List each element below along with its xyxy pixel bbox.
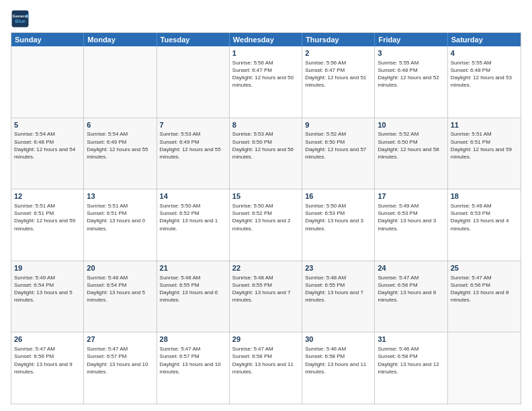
- cell-info-line: Sunrise: 5:55 AM: [378, 59, 444, 66]
- cell-info-line: Sunrise: 5:53 AM: [160, 130, 226, 138]
- cell-info-line: Daylight: 13 hours and 11 minutes.: [305, 361, 371, 375]
- logo: General Blue: [11, 9, 30, 28]
- day-number: 26: [14, 334, 81, 345]
- day-number: 14: [160, 191, 226, 201]
- cal-cell-6: 6Sunrise: 5:54 AMSunset: 6:49 PMDaylight…: [84, 118, 157, 189]
- logo-icon: General Blue: [11, 9, 30, 28]
- cell-info-line: Sunset: 6:56 PM: [378, 281, 444, 289]
- cal-cell-15: 15Sunrise: 5:50 AMSunset: 6:52 PMDayligh…: [230, 189, 302, 261]
- cell-info-line: Sunset: 6:47 PM: [232, 66, 299, 74]
- cell-info-line: Sunrise: 5:50 AM: [305, 202, 371, 210]
- cell-info-line: Sunrise: 5:56 AM: [232, 59, 299, 66]
- cell-info-line: Sunrise: 5:47 AM: [378, 274, 444, 281]
- day-number: 15: [232, 191, 299, 201]
- cell-info-line: Daylight: 13 hours and 3 minutes.: [378, 217, 444, 232]
- day-number: 3: [378, 48, 444, 58]
- calendar-header: SundayMondayTuesdayWednesdayThursdayFrid…: [11, 33, 521, 46]
- cell-info-line: Daylight: 12 hours and 58 minutes.: [378, 146, 444, 161]
- cell-info-line: Sunset: 6:53 PM: [378, 210, 444, 217]
- header: General Blue: [11, 9, 521, 28]
- day-header-sunday: Sunday: [11, 33, 84, 46]
- cal-cell-16: 16Sunrise: 5:50 AMSunset: 6:53 PMDayligh…: [302, 189, 375, 261]
- cell-info-line: Sunrise: 5:46 AM: [305, 345, 371, 353]
- cal-cell-23: 23Sunrise: 5:48 AMSunset: 6:55 PMDayligh…: [302, 261, 375, 332]
- cal-cell-25: 25Sunrise: 5:47 AMSunset: 6:56 PMDayligh…: [448, 261, 521, 332]
- day-number: 18: [451, 191, 518, 201]
- page: General Blue SundayMondayTuesdayWednesda…: [0, 0, 532, 411]
- day-number: 6: [87, 120, 153, 130]
- cell-info-line: Daylight: 13 hours and 7 minutes.: [232, 289, 299, 304]
- day-number: 4: [451, 48, 518, 58]
- cell-info-line: Sunset: 6:58 PM: [378, 353, 444, 360]
- cal-cell-10: 10Sunrise: 5:52 AMSunset: 6:50 PMDayligh…: [375, 118, 447, 189]
- cal-cell-21: 21Sunrise: 5:48 AMSunset: 6:55 PMDayligh…: [157, 261, 230, 332]
- cell-info-line: Sunset: 6:52 PM: [160, 210, 226, 217]
- cell-info-line: Sunrise: 5:54 AM: [14, 130, 81, 138]
- day-number: 29: [232, 334, 299, 345]
- cell-info-line: Sunrise: 5:52 AM: [378, 130, 444, 138]
- cell-info-line: Daylight: 13 hours and 10 minutes.: [160, 361, 226, 375]
- cell-info-line: Sunrise: 5:54 AM: [87, 130, 153, 138]
- cell-info-line: Sunset: 6:51 PM: [87, 210, 153, 217]
- cal-cell-18: 18Sunrise: 5:49 AMSunset: 6:53 PMDayligh…: [448, 189, 521, 261]
- cell-info-line: Sunrise: 5:48 AM: [232, 274, 299, 281]
- cell-info-line: Sunset: 6:48 PM: [451, 66, 518, 74]
- cell-info-line: Daylight: 12 hours and 59 minutes.: [451, 146, 518, 161]
- cell-info-line: Sunset: 6:56 PM: [451, 281, 518, 289]
- day-number: 22: [232, 263, 299, 273]
- cell-info-line: Daylight: 13 hours and 10 minutes.: [87, 361, 153, 375]
- day-number: 30: [305, 334, 371, 345]
- cell-info-line: Sunset: 6:48 PM: [378, 66, 444, 74]
- cell-info-line: Daylight: 13 hours and 12 minutes.: [378, 361, 444, 375]
- cal-cell-7: 7Sunrise: 5:53 AMSunset: 6:49 PMDaylight…: [157, 118, 230, 189]
- cal-cell-empty-0-1: [84, 46, 157, 118]
- day-number: 8: [232, 120, 299, 130]
- calendar-row-0: 1Sunrise: 5:56 AMSunset: 6:47 PMDaylight…: [11, 46, 521, 118]
- cell-info-line: Daylight: 13 hours and 6 minutes.: [160, 289, 226, 304]
- cal-cell-30: 30Sunrise: 5:46 AMSunset: 6:58 PMDayligh…: [302, 332, 375, 404]
- calendar-body: 1Sunrise: 5:56 AMSunset: 6:47 PMDaylight…: [11, 46, 521, 404]
- cal-cell-5: 5Sunrise: 5:54 AMSunset: 6:48 PMDaylight…: [11, 118, 84, 189]
- calendar-row-1: 5Sunrise: 5:54 AMSunset: 6:48 PMDaylight…: [11, 118, 521, 190]
- cell-info-line: Sunset: 6:50 PM: [378, 138, 444, 146]
- cell-info-line: Daylight: 12 hours and 59 minutes.: [14, 217, 81, 232]
- cell-info-line: Sunset: 6:51 PM: [14, 210, 81, 217]
- cell-info-line: Sunset: 6:48 PM: [14, 138, 81, 146]
- day-header-tuesday: Tuesday: [157, 33, 230, 46]
- cell-info-line: Sunset: 6:58 PM: [232, 353, 299, 360]
- cell-info-line: Sunrise: 5:47 AM: [451, 274, 518, 281]
- cell-info-line: Sunrise: 5:56 AM: [305, 59, 371, 66]
- cell-info-line: Daylight: 13 hours and 3 minutes.: [305, 217, 371, 232]
- cal-cell-13: 13Sunrise: 5:51 AMSunset: 6:51 PMDayligh…: [84, 189, 157, 261]
- cell-info-line: Daylight: 12 hours and 53 minutes.: [451, 74, 518, 89]
- cell-info-line: Sunrise: 5:51 AM: [87, 202, 153, 210]
- cell-info-line: Sunrise: 5:48 AM: [87, 274, 153, 281]
- day-header-thursday: Thursday: [302, 33, 375, 46]
- cal-cell-31: 31Sunrise: 5:46 AMSunset: 6:58 PMDayligh…: [375, 332, 447, 404]
- cell-info-line: Sunset: 6:53 PM: [305, 210, 371, 217]
- cal-cell-3: 3Sunrise: 5:55 AMSunset: 6:48 PMDaylight…: [375, 46, 447, 118]
- cell-info-line: Sunrise: 5:47 AM: [14, 345, 81, 353]
- cal-cell-27: 27Sunrise: 5:47 AMSunset: 6:57 PMDayligh…: [84, 332, 157, 404]
- day-number: 9: [305, 120, 371, 130]
- cell-info-line: Sunrise: 5:53 AM: [232, 130, 299, 138]
- calendar-row-2: 12Sunrise: 5:51 AMSunset: 6:51 PMDayligh…: [11, 189, 521, 261]
- day-header-wednesday: Wednesday: [230, 33, 302, 46]
- cell-info-line: Daylight: 13 hours and 7 minutes.: [305, 289, 371, 304]
- cal-cell-empty-0-2: [157, 46, 230, 118]
- cell-info-line: Daylight: 13 hours and 11 minutes.: [232, 361, 299, 375]
- day-number: 27: [87, 334, 153, 345]
- cell-info-line: Sunset: 6:51 PM: [451, 138, 518, 146]
- cell-info-line: Daylight: 12 hours and 56 minutes.: [232, 146, 299, 161]
- cal-cell-4: 4Sunrise: 5:55 AMSunset: 6:48 PMDaylight…: [448, 46, 521, 118]
- cell-info-line: Daylight: 12 hours and 57 minutes.: [305, 146, 371, 161]
- calendar-row-3: 19Sunrise: 5:49 AMSunset: 6:54 PMDayligh…: [11, 261, 521, 333]
- cell-info-line: Sunrise: 5:50 AM: [160, 202, 226, 210]
- day-number: 11: [451, 120, 518, 130]
- day-number: 31: [378, 334, 444, 345]
- day-header-saturday: Saturday: [448, 33, 521, 46]
- cal-cell-11: 11Sunrise: 5:51 AMSunset: 6:51 PMDayligh…: [448, 118, 521, 189]
- cell-info-line: Daylight: 12 hours and 55 minutes.: [160, 146, 226, 161]
- cell-info-line: Sunset: 6:55 PM: [232, 281, 299, 289]
- cal-cell-22: 22Sunrise: 5:48 AMSunset: 6:55 PMDayligh…: [230, 261, 302, 332]
